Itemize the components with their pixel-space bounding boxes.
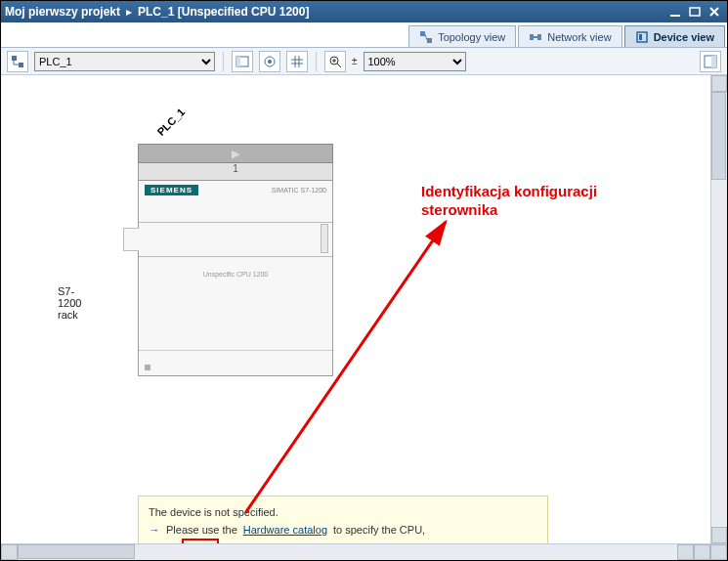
rack-label: S7-1200 rack xyxy=(58,285,81,321)
rack-header[interactable]: ▶ xyxy=(138,144,333,163)
panel-toggle-icon[interactable] xyxy=(700,51,721,72)
svg-rect-4 xyxy=(530,34,534,40)
layout-icon[interactable] xyxy=(232,51,253,72)
scroll-left-button[interactable] xyxy=(1,544,18,560)
topology-icon xyxy=(419,30,433,44)
arrow-right-icon: → xyxy=(149,522,160,539)
window-minimize-icon[interactable] xyxy=(666,3,684,21)
svg-rect-0 xyxy=(670,15,680,17)
tab-device-view[interactable]: Device view xyxy=(624,25,725,47)
unspecified-device-hint: The device is not specified. → Please us… xyxy=(138,496,548,543)
annotation-text: Identyfikacja konfiguracji sterownika xyxy=(421,183,675,220)
device-label: PLC_1 xyxy=(155,106,188,138)
svg-point-14 xyxy=(268,60,272,64)
device-body[interactable]: SIEMENS SIMATIC S7-1200 Unspecific CPU 1… xyxy=(138,181,333,376)
svg-rect-6 xyxy=(534,36,537,38)
scroll-down-button[interactable] xyxy=(711,527,727,543)
splitter-handle[interactable] xyxy=(694,544,710,560)
scroll-thumb[interactable] xyxy=(711,92,726,180)
scroll-up-button[interactable] xyxy=(711,75,727,92)
detect-link[interactable]: detect xyxy=(186,542,215,543)
horizontal-scrollbar[interactable] xyxy=(1,543,727,560)
device-selector[interactable]: PLC_1 xyxy=(34,52,215,71)
toolbar: PLC_1 ± 100% xyxy=(1,48,727,75)
svg-rect-10 xyxy=(19,63,23,67)
window-restore-icon[interactable] xyxy=(686,3,704,21)
zoom-selector[interactable]: 100% xyxy=(364,52,466,71)
cpu-tag: Unspecific CPU 1200 xyxy=(203,271,269,278)
tab-topology-view[interactable]: Topology view xyxy=(408,25,516,47)
svg-rect-12 xyxy=(236,57,240,66)
hint-text: the configuration of the connected devic… xyxy=(225,540,424,543)
hint-text: or xyxy=(166,540,176,543)
scroll-right-button[interactable] xyxy=(677,544,694,560)
annotation-highlight-box: detect xyxy=(182,539,219,543)
tab-network-view[interactable]: Network view xyxy=(518,25,621,47)
vertical-scrollbar[interactable] xyxy=(710,75,727,543)
svg-rect-5 xyxy=(537,34,541,40)
svg-rect-2 xyxy=(420,31,425,36)
svg-rect-17 xyxy=(711,56,716,67)
scroll-track[interactable] xyxy=(18,544,677,560)
tab-label: Device view xyxy=(654,31,714,43)
breadcrumb-sep: ▸ xyxy=(126,5,132,19)
svg-rect-1 xyxy=(690,8,700,16)
network-icon xyxy=(529,30,542,44)
view-mode-icon[interactable] xyxy=(259,51,280,72)
brand-badge: SIEMENS xyxy=(145,185,198,195)
scroll-corner xyxy=(710,544,727,560)
device-canvas[interactable]: PLC_1 S7-1200 rack ▶ 1 SIEMENS SIMATIC S… xyxy=(1,75,727,543)
model-label: SIMATIC S7-1200 xyxy=(272,187,326,194)
view-tabs: Topology view Network view Device view xyxy=(1,22,727,48)
tab-label: Network view xyxy=(547,31,611,43)
window-titlebar: Moj pierwszy projekt ▸ PLC_1 [Unspecifie… xyxy=(1,1,727,22)
arrow-right-icon: → xyxy=(149,540,160,543)
chevron-right-icon: ▶ xyxy=(232,148,239,160)
hardware-catalog-link[interactable]: Hardware catalog xyxy=(243,522,327,539)
tab-label: Topology view xyxy=(438,31,505,43)
title-project: Moj pierwszy projekt xyxy=(5,5,120,19)
zoom-in-icon[interactable] xyxy=(324,51,346,72)
zoom-out-icon[interactable]: ± xyxy=(352,56,358,66)
rack-slot-number[interactable]: 1 xyxy=(138,163,333,181)
window-close-icon[interactable] xyxy=(706,3,723,21)
svg-rect-8 xyxy=(639,34,642,40)
hint-text: Please use the xyxy=(166,522,237,539)
hint-text: to specify the CPU, xyxy=(333,522,425,539)
device-tree-icon[interactable] xyxy=(7,51,28,72)
scroll-thumb[interactable] xyxy=(18,544,135,559)
title-device: PLC_1 [Unspecified CPU 1200] xyxy=(138,5,309,19)
grid-icon[interactable] xyxy=(286,51,308,72)
hint-line-1: The device is not specified. xyxy=(149,504,537,522)
device-icon xyxy=(635,30,649,44)
svg-rect-3 xyxy=(427,38,432,43)
svg-rect-9 xyxy=(12,56,17,61)
